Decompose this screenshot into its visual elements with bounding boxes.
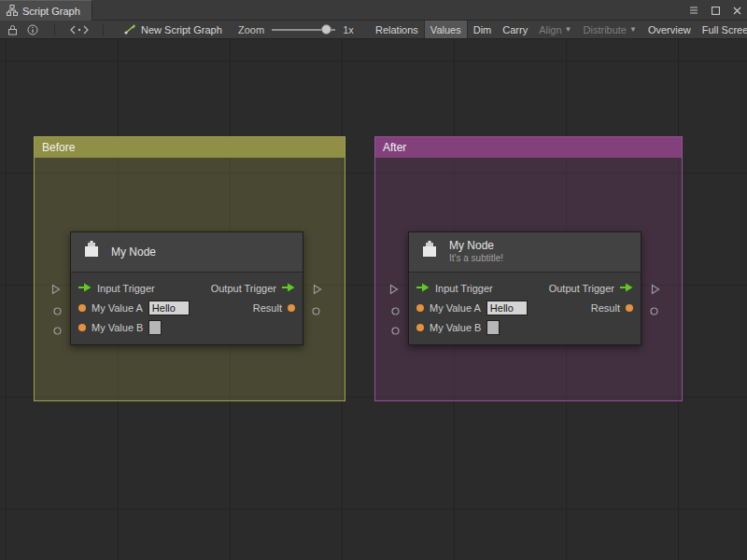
value-output-port-icon[interactable] xyxy=(288,304,295,312)
external-flow-output-port[interactable] xyxy=(651,282,660,299)
value-input-port-icon[interactable] xyxy=(416,324,424,331)
value-input-port-icon[interactable] xyxy=(416,304,424,312)
my-value-a-label: My Value A xyxy=(92,302,143,314)
align-button[interactable]: Align▼ xyxy=(533,21,577,39)
graph-tab-icon xyxy=(7,5,18,18)
node-title: My Node xyxy=(449,240,503,252)
maximize-icon[interactable] xyxy=(709,4,722,17)
node-body: Input Trigger Output Trigger My Valu xyxy=(71,273,303,344)
lock-icon[interactable] xyxy=(6,21,19,39)
port-row: Input Trigger Output Trigger xyxy=(409,278,641,298)
my-value-a-label: My Value A xyxy=(430,302,481,314)
info-icon[interactable] xyxy=(26,21,39,39)
node-after-wrap: My Node It's a subtitle! Input Trigger xyxy=(408,231,641,345)
external-value-output-port[interactable] xyxy=(312,302,320,319)
node-before-wrap: My Node Input Trigger Output Trigger xyxy=(70,231,303,345)
my-value-a-field[interactable] xyxy=(148,301,190,315)
external-flow-input-port[interactable] xyxy=(51,282,61,299)
group-before-header[interactable]: Before xyxy=(35,137,345,158)
zoom-control: Zoom 1x xyxy=(238,21,354,39)
port-row: My Value B xyxy=(409,317,641,337)
input-trigger-label: Input Trigger xyxy=(97,283,155,294)
value-input-port-icon[interactable] xyxy=(78,324,86,331)
value-input-port-icon[interactable] xyxy=(78,304,86,312)
relations-button[interactable]: Relations xyxy=(370,21,424,39)
external-flow-output-port[interactable] xyxy=(313,282,322,299)
dim-label: Dim xyxy=(473,24,492,35)
node-my-node-after[interactable]: My Node It's a subtitle! Input Trigger xyxy=(408,231,641,345)
window-controls xyxy=(687,0,743,21)
value-output-port-icon[interactable] xyxy=(626,304,633,312)
unit-box-icon xyxy=(80,239,103,265)
tab-title: Script Graph xyxy=(22,6,80,17)
zoom-value: 1x xyxy=(343,24,354,35)
external-value-input-port[interactable] xyxy=(391,302,400,319)
distribute-button[interactable]: Distribute▼ xyxy=(578,21,642,39)
group-before-title: Before xyxy=(42,141,75,154)
fullscreen-button[interactable]: Full Screen xyxy=(697,21,747,39)
port-row: Input Trigger Output Trigger xyxy=(71,278,303,298)
graph-toolbar: New Script Graph Zoom 1x Relations Value… xyxy=(0,21,747,39)
my-value-b-label: My Value B xyxy=(430,322,481,333)
node-header[interactable]: My Node It's a subtitle! xyxy=(409,232,641,273)
node-subtitle: It's a subtitle! xyxy=(449,253,503,264)
values-button[interactable]: Values xyxy=(424,21,468,39)
carry-button[interactable]: Carry xyxy=(497,21,533,39)
carry-label: Carry xyxy=(502,24,528,35)
code-icon[interactable] xyxy=(67,21,92,39)
zoom-slider-handle[interactable] xyxy=(321,24,331,35)
result-label: Result xyxy=(591,302,620,314)
my-value-b-field[interactable] xyxy=(486,320,500,335)
external-value-input-port[interactable] xyxy=(53,302,62,319)
flow-input-port-icon[interactable] xyxy=(416,283,430,294)
toolbar-separator-2 xyxy=(103,23,104,36)
external-flow-input-port[interactable] xyxy=(389,282,399,299)
output-trigger-label: Output Trigger xyxy=(549,283,614,294)
flow-output-port-icon[interactable] xyxy=(620,283,633,294)
tab-script-graph[interactable]: Script Graph xyxy=(0,0,92,21)
values-label: Values xyxy=(430,24,461,35)
port-row: My Value B xyxy=(71,317,303,337)
title-bar: Script Graph xyxy=(0,0,747,21)
external-value-output-port[interactable] xyxy=(650,302,658,319)
window-menu-icon[interactable] xyxy=(687,4,700,17)
my-value-a-field[interactable] xyxy=(486,301,528,315)
zoom-label: Zoom xyxy=(238,24,264,35)
my-value-b-label: My Value B xyxy=(92,322,143,333)
node-title: My Node xyxy=(111,246,156,259)
port-row: My Value A Result xyxy=(409,298,641,317)
node-body: Input Trigger Output Trigger My Valu xyxy=(409,273,641,344)
overview-button[interactable]: Overview xyxy=(642,21,697,39)
fullscreen-label: Full Screen xyxy=(702,24,747,35)
my-value-b-field[interactable] xyxy=(148,320,162,335)
align-label: Align xyxy=(539,24,561,35)
graph-breadcrumb[interactable]: New Script Graph xyxy=(124,21,222,39)
input-trigger-label: Input Trigger xyxy=(435,283,493,294)
overview-label: Overview xyxy=(648,24,691,35)
group-after-title: After xyxy=(383,141,406,154)
dim-button[interactable]: Dim xyxy=(468,21,498,39)
graph-name-label: New Script Graph xyxy=(141,24,222,35)
output-trigger-label: Output Trigger xyxy=(211,283,276,294)
unit-box-icon xyxy=(418,239,441,265)
flow-input-port-icon[interactable] xyxy=(78,283,92,294)
chevron-down-icon: ▼ xyxy=(629,26,637,34)
distribute-label: Distribute xyxy=(584,24,627,35)
toolbar-buttons: Relations Values Dim Carry Align▼ Distri… xyxy=(370,21,747,39)
toolbar-separator xyxy=(54,23,55,36)
result-label: Result xyxy=(253,302,282,314)
graph-canvas[interactable]: Before After xyxy=(0,39,747,560)
flow-output-port-icon[interactable] xyxy=(282,283,295,294)
external-value-input-port[interactable] xyxy=(391,322,400,339)
node-header[interactable]: My Node xyxy=(71,232,303,273)
external-value-input-port[interactable] xyxy=(53,322,62,339)
relations-label: Relations xyxy=(375,24,418,35)
node-my-node-before[interactable]: My Node Input Trigger Output Trigger xyxy=(70,231,303,345)
script-graph-window: Script Graph xyxy=(0,0,747,560)
zoom-slider[interactable] xyxy=(272,21,335,39)
chevron-down-icon: ▼ xyxy=(565,26,572,34)
close-icon[interactable] xyxy=(730,4,743,17)
script-graph-asset-icon xyxy=(124,23,136,36)
port-row: My Value A Result xyxy=(71,298,303,317)
group-after-header[interactable]: After xyxy=(375,137,682,158)
